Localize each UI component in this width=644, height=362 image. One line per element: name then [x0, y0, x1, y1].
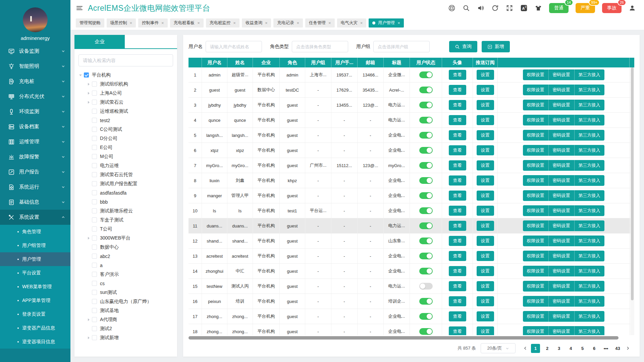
status-toggle[interactable] — [419, 177, 433, 184]
sidebar-subitem-app-menu-mgmt[interactable]: APP菜单管理 — [0, 294, 70, 307]
sidebar-item-ops-mgmt[interactable]: 运维管理 — [0, 134, 70, 149]
prev-page-button[interactable] — [521, 344, 530, 353]
horizontal-scrollbar-thumb[interactable] — [189, 336, 619, 340]
checkbox[interactable] — [92, 163, 97, 168]
push-settings-button[interactable]: 设置 — [477, 266, 494, 276]
sidebar-item-env-monitor[interactable]: 环境监测 — [0, 104, 70, 119]
fullscreen-icon[interactable] — [506, 4, 513, 12]
status-toggle[interactable] — [419, 268, 433, 274]
expander-icon[interactable] — [86, 83, 91, 86]
expander-icon[interactable] — [86, 336, 91, 340]
close-icon[interactable]: × — [297, 20, 299, 25]
tab-charger-board[interactable]: 充电桩看板× — [170, 18, 204, 28]
push-settings-button[interactable]: 设置 — [477, 206, 494, 216]
third-party-button[interactable]: 第三方接入 — [575, 85, 604, 95]
close-icon[interactable]: × — [233, 20, 236, 25]
page-2-button[interactable]: 2 — [543, 344, 552, 353]
hamburger-menu-icon[interactable] — [76, 4, 83, 12]
status-toggle[interactable] — [419, 71, 433, 78]
tab-revenue-query[interactable]: 收益查询× — [242, 18, 271, 28]
page-3-button[interactable]: 3 — [554, 344, 564, 353]
tree-node[interactable]: 测试2 — [74, 324, 177, 333]
status-toggle[interactable] — [419, 87, 433, 93]
checkbox[interactable] — [92, 317, 97, 322]
password-settings-button[interactable]: 密码设置 — [549, 220, 575, 231]
tree-node[interactable]: test2 — [74, 116, 177, 125]
tree-node[interactable]: 测试萤石云 — [74, 98, 177, 107]
tree-node[interactable]: 运维巡检测试 — [74, 107, 177, 116]
group-input[interactable] — [373, 41, 430, 52]
view-avatar-button[interactable]: 查看 — [449, 326, 466, 335]
permission-settings-button[interactable]: 权限设置 — [523, 296, 549, 307]
tree-node[interactable]: 3000WEB平台 — [74, 234, 177, 243]
push-settings-button[interactable]: 设置 — [477, 251, 494, 261]
tree-node[interactable]: 测试新增乐橙云 — [74, 206, 177, 215]
push-settings-button[interactable]: 设置 — [477, 160, 494, 170]
push-settings-button[interactable]: 设置 — [477, 281, 494, 291]
alert-normal-button[interactable]: 普通14 — [549, 3, 569, 13]
permission-settings-button[interactable]: 权限设置 — [523, 205, 549, 216]
password-settings-button[interactable]: 密码设置 — [549, 69, 575, 80]
search-icon[interactable] — [463, 4, 470, 12]
vertical-scrollbar[interactable] — [630, 67, 634, 335]
third-party-button[interactable]: 第三方接入 — [575, 115, 604, 125]
third-party-button[interactable]: 第三方接入 — [575, 190, 604, 201]
page-1-button[interactable]: 1 — [531, 344, 540, 353]
third-party-button[interactable]: 第三方接入 — [575, 281, 604, 292]
third-party-button[interactable]: 第三方接入 — [575, 175, 604, 186]
role-input[interactable] — [292, 41, 348, 52]
sidebar-item-fault-alarm[interactable]: 故障报警 — [0, 149, 70, 164]
permission-settings-button[interactable]: 权限设置 — [523, 266, 549, 276]
sidebar-subitem-role-mgmt[interactable]: 角色管理 — [0, 225, 70, 239]
status-toggle[interactable] — [419, 102, 433, 108]
permission-settings-button[interactable]: 权限设置 — [523, 190, 549, 201]
tree-node[interactable]: 车盒子测试 — [74, 215, 177, 224]
tree-node[interactable]: D分公司 — [74, 134, 177, 143]
third-party-button[interactable]: 第三方接入 — [575, 100, 604, 110]
tree-node[interactable]: asdfasfasdfa — [74, 188, 177, 197]
password-settings-button[interactable]: 密码设置 — [549, 251, 575, 261]
view-avatar-button[interactable]: 查看 — [449, 115, 466, 125]
third-party-button[interactable]: 第三方接入 — [575, 326, 604, 335]
view-avatar-button[interactable]: 查看 — [449, 70, 466, 80]
page-5-button[interactable]: 5 — [578, 344, 587, 353]
status-toggle[interactable] — [419, 192, 433, 199]
third-party-button[interactable]: 第三方接入 — [575, 266, 604, 276]
tree-node[interactable]: E公司 — [74, 143, 177, 152]
page-6-button[interactable]: 6 — [590, 344, 599, 353]
page-size-select[interactable]: 20条/页 — [481, 343, 516, 353]
view-avatar-button[interactable]: 查看 — [449, 266, 466, 276]
sidebar-subitem-inverter-project-info[interactable]: 逆变器项目信息 — [0, 335, 70, 349]
password-settings-button[interactable]: 密码设置 — [549, 236, 575, 246]
push-settings-button[interactable]: 设置 — [477, 115, 494, 125]
checkbox[interactable] — [84, 72, 89, 77]
search-button[interactable]: 查询 — [449, 41, 477, 52]
view-avatar-button[interactable]: 查看 — [449, 251, 466, 261]
push-settings-button[interactable]: 设置 — [477, 70, 494, 80]
sidebar-subitem-platform-settings[interactable]: 平台设置 — [0, 266, 70, 280]
tree-node[interactable]: 测试萤石云托管 — [74, 170, 177, 179]
tab-control-events[interactable]: 控制事件× — [138, 18, 168, 28]
sidebar-subitem-inverter-product-info[interactable]: 逆变器产品信息 — [0, 321, 70, 335]
password-settings-button[interactable]: 密码设置 — [549, 205, 575, 216]
password-settings-button[interactable]: 密码设置 — [549, 175, 575, 186]
sidebar-item-distributed-pv[interactable]: 分布式光伏 — [0, 89, 70, 104]
close-icon[interactable]: × — [130, 20, 132, 25]
status-toggle[interactable] — [419, 162, 433, 169]
horizontal-scrollbar[interactable] — [189, 336, 634, 340]
tree-node[interactable]: 数据中心 — [74, 243, 177, 252]
tree-node[interactable]: 测试组织机构 — [74, 80, 177, 89]
tab-enterprise[interactable]: 企业 — [74, 35, 125, 48]
tree-node[interactable]: 电力运维 — [74, 161, 177, 170]
checkbox[interactable] — [92, 100, 97, 105]
permission-settings-button[interactable]: 权限设置 — [523, 326, 549, 335]
tree-search-input[interactable] — [78, 54, 173, 66]
sidebar-item-user-report[interactable]: 用户报告 — [0, 164, 70, 179]
checkbox[interactable] — [92, 199, 97, 204]
third-party-button[interactable]: 第三方接入 — [575, 205, 604, 216]
avatar[interactable] — [23, 7, 48, 32]
checkbox[interactable] — [92, 181, 97, 186]
sidebar-subitem-login-page-settings[interactable]: 登录页设置 — [0, 307, 70, 321]
tab-scene-control[interactable]: 场景控制× — [107, 18, 136, 28]
page-4-button[interactable]: 4 — [566, 344, 575, 353]
